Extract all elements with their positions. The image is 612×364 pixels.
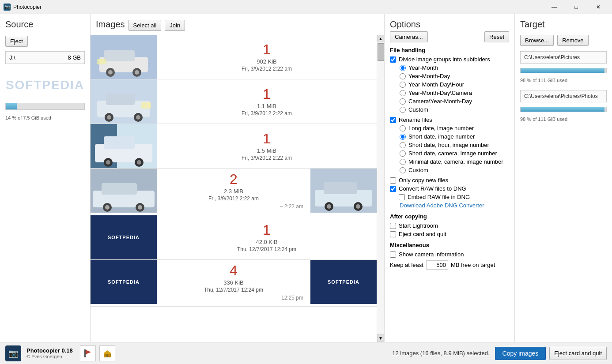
minimize-button[interactable]: — — [544, 0, 564, 14]
svg-point-28 — [105, 205, 110, 210]
app-icon-small: 📷 — [4, 4, 11, 11]
eject-quit-button[interactable]: Eject card and quit — [549, 347, 607, 360]
image-info: 1 1.1 MiB Fri, 3/9/2012 2:22 am — [157, 79, 377, 124]
list-item: 1 902 KiB Fri, 3/9/2012 2:22 am — [91, 35, 377, 79]
titlebar: 📷 Photocopier — □ ✕ — [0, 0, 612, 14]
box-icon-button[interactable] — [99, 345, 115, 361]
rename-label-minimal-date: Minimal date, camera, image number — [408, 158, 503, 165]
rename-label-short-date: Short date, image number — [408, 133, 475, 140]
image-time-range: – 12:25 pm — [277, 295, 307, 303]
show-camera-checkbox[interactable] — [390, 251, 396, 258]
drive-label: J:\ — [9, 54, 15, 61]
subfolder-radio-ymdc[interactable] — [400, 90, 406, 96]
bottom-icons — [80, 345, 115, 361]
options-title: Options — [390, 19, 509, 30]
divide-subfolders-row: Divide image groups into subfolders — [390, 56, 509, 63]
divide-subfolders-checkbox[interactable] — [390, 56, 396, 63]
scrollbar-thumb[interactable] — [378, 43, 384, 61]
thumbnail-left — [91, 124, 157, 168]
rename-label-short-date-hour: Short date, hour, image number — [408, 142, 489, 148]
copy-images-button[interactable]: Copy images — [495, 347, 546, 360]
svg-rect-7 — [97, 59, 106, 64]
keep-mb-suffix: MB free on target — [451, 262, 495, 268]
flag-icon-button[interactable] — [80, 345, 96, 361]
target-header: Browse... Remove — [520, 35, 607, 46]
svg-point-37 — [356, 204, 360, 209]
remove-button[interactable]: Remove — [557, 35, 588, 46]
subfolder-option-custom: Custom — [400, 106, 509, 113]
rename-short-date-camera: Short date, camera, image number — [400, 150, 509, 157]
select-all-button[interactable]: Select all — [128, 20, 162, 31]
keep-mb-input[interactable] — [426, 260, 448, 270]
images-scroll-content[interactable]: 1 902 KiB Fri, 3/9/2012 2:22 am — [91, 35, 377, 342]
list-item: 1 1.5 MiB Fri, 3/9/2012 2:22 am — [91, 124, 377, 169]
list-item: 1 1.1 MiB Fri, 3/9/2012 2:22 am — [91, 79, 377, 124]
svg-rect-38 — [84, 349, 86, 357]
image-size: 1.5 MiB — [257, 147, 276, 154]
image-date: Thu, 12/7/2017 12:24 pm — [237, 246, 296, 252]
subfolder-radio-year-month[interactable] — [400, 65, 406, 71]
list-item: 2 2.3 MiB Fri, 3/9/2012 2:22 am – 2:22 a… — [91, 169, 377, 215]
image-size: 902 KiB — [257, 58, 277, 65]
scrollbar-down[interactable]: ▼ — [377, 334, 384, 342]
rename-radio-minimal-date[interactable] — [400, 159, 406, 165]
eject-button[interactable]: Eject — [5, 36, 28, 47]
cameras-button[interactable]: Cameras... — [390, 31, 428, 42]
target-usage-2: 98 % of 111 GiB used — [520, 116, 607, 122]
titlebar-title: Photocopier — [13, 4, 544, 10]
start-lightroom-checkbox[interactable] — [390, 223, 396, 229]
rename-label-custom: Custom — [408, 167, 428, 173]
rename-files-checkbox[interactable] — [390, 117, 396, 123]
join-button[interactable]: Join — [165, 20, 185, 31]
image-count: 1 — [263, 131, 271, 146]
target-title: Target — [520, 19, 607, 30]
start-lightroom-row: Start Lightroom — [390, 222, 509, 229]
target-path-1: C:\Users\elena\Pictures — [520, 51, 607, 64]
eject-card-checkbox[interactable] — [390, 231, 396, 237]
subfolder-label-ymdh: Year-Month-Day\Hour — [408, 81, 464, 88]
svg-point-4 — [108, 70, 113, 75]
rename-radio-short-date-camera[interactable] — [400, 150, 406, 157]
svg-point-6 — [135, 70, 139, 75]
rename-options: Long date, image number Short date, imag… — [390, 125, 509, 173]
target-panel: Target Browse... Remove C:\Users\elena\P… — [515, 14, 612, 342]
svg-point-14 — [136, 115, 140, 120]
images-list-wrapper: 1 902 KiB Fri, 3/9/2012 2:22 am — [91, 35, 384, 342]
embed-raw-checkbox[interactable] — [399, 194, 405, 200]
maximize-button[interactable]: □ — [566, 0, 586, 14]
subfolder-label-cymd: Camera\Year-Month-Day — [408, 98, 472, 105]
image-date: Fri, 3/9/2012 2:22 am — [242, 155, 292, 161]
logo-text: SOFTPEDIA — [6, 78, 84, 92]
rename-files-label: Rename files — [399, 116, 432, 123]
target-path-2: C:\Users\elena\Pictures\Photos — [520, 90, 607, 102]
rename-radio-short-date-hour[interactable] — [400, 142, 406, 148]
rename-radio-long-date[interactable] — [400, 125, 406, 131]
target-progress-2 — [520, 107, 607, 112]
close-button[interactable]: ✕ — [588, 0, 608, 14]
convert-raw-checkbox[interactable] — [390, 186, 396, 192]
svg-point-12 — [107, 115, 111, 120]
subfolder-radio-cymd[interactable] — [400, 98, 406, 105]
drive-size: 8 GB — [68, 54, 81, 61]
rename-radio-short-date[interactable] — [400, 134, 406, 140]
image-info: 2 2.3 MiB Fri, 3/9/2012 2:22 am – 2:22 a… — [157, 169, 310, 215]
rename-radio-custom[interactable] — [400, 167, 406, 173]
status-text: 12 images (16 files, 8.9 MiB) selected. — [121, 350, 490, 356]
subfolder-radio-year-month-day[interactable] — [400, 73, 406, 79]
dng-converter-link[interactable]: Download Adobe DNG Converter — [390, 202, 484, 209]
image-date: Thu, 12/7/2017 12:24 pm — [204, 287, 263, 293]
reset-button[interactable]: Reset — [484, 31, 509, 42]
scrollbar-up[interactable]: ▲ — [377, 35, 384, 42]
only-copy-new-checkbox[interactable] — [390, 177, 396, 184]
misc-title: Miscellaneous — [390, 242, 509, 248]
subfolder-radio-custom[interactable] — [400, 107, 406, 113]
subfolder-option-year-month-day-camera: Year-Month-Day\Camera — [400, 90, 509, 96]
options-panel: Options Cameras... Reset File handling D… — [385, 14, 515, 342]
only-copy-new-label: Only copy new files — [399, 177, 448, 184]
main-content: Source Eject J:\ 8 GB SOFTPEDIA 14 % of … — [0, 14, 612, 342]
browse-button[interactable]: Browse... — [520, 35, 554, 46]
svg-point-21 — [106, 160, 110, 165]
scrollbar[interactable]: ▲ ▼ — [377, 35, 384, 342]
target-usage-1: 98 % of 111 GiB used — [520, 78, 607, 83]
subfolder-radio-ymdh[interactable] — [400, 82, 406, 88]
